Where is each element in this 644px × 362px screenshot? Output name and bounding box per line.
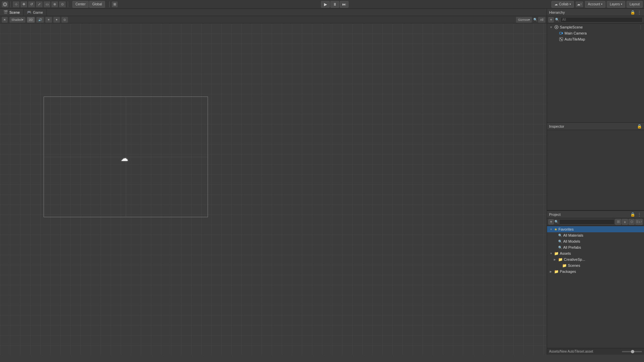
project-item-all-models[interactable]: 🔍 All Models bbox=[547, 238, 644, 244]
svg-rect-4 bbox=[559, 32, 562, 34]
project-item-creativespace[interactable]: ▶ 📁 CreativeSp... bbox=[547, 256, 644, 262]
scene-view-canvas[interactable]: ☁ bbox=[0, 23, 547, 355]
hidden-objects-btn[interactable]: ⊙ bbox=[61, 17, 68, 23]
svg-rect-6 bbox=[560, 38, 561, 39]
packages-folder-icon: 📁 bbox=[554, 269, 559, 274]
hierarchy-item-maincamera[interactable]: Main Camera bbox=[547, 30, 644, 36]
gizmos-dropdown-btn[interactable]: Gizmos ▾ bbox=[516, 17, 532, 23]
project-item-packages[interactable]: ▶ 📁 Packages bbox=[547, 268, 644, 275]
zoom-slider[interactable] bbox=[622, 351, 642, 352]
hierarchy-title: Hierarchy bbox=[549, 10, 629, 14]
svg-point-3 bbox=[556, 26, 557, 28]
project-count-btn: ☰17 bbox=[635, 219, 643, 225]
rotate-tool-btn[interactable]: ↺ bbox=[28, 1, 35, 8]
layout-btn[interactable]: Layout bbox=[627, 1, 643, 8]
mode-2d-label: 2D bbox=[29, 18, 33, 21]
hierarchy-menu-btn[interactable]: ⋮ bbox=[637, 10, 642, 15]
project-item-assets[interactable]: ▼ 📁 Assets bbox=[547, 250, 644, 256]
hierarchy-search-bar: + 🔍 bbox=[547, 16, 644, 23]
maincamera-icon bbox=[559, 31, 564, 36]
close-scene-view-btn[interactable]: ✕ bbox=[1, 16, 8, 23]
shaded-dropdown-btn[interactable]: Shaded ▾ bbox=[9, 17, 25, 23]
project-lock-btn[interactable]: 🔒 bbox=[630, 212, 635, 217]
unity-logo-btn[interactable] bbox=[1, 1, 9, 8]
move-tool-btn[interactable]: ✥ bbox=[20, 1, 28, 8]
hierarchy-search-input[interactable] bbox=[560, 17, 643, 22]
project-grid-view-btn[interactable]: ⊞ bbox=[615, 219, 621, 225]
collab-btn[interactable]: ☁ Collab ▾ bbox=[551, 1, 574, 8]
creativespace-arrow: ▶ bbox=[554, 258, 557, 261]
cloud-upload-btn[interactable]: ☁↑ bbox=[575, 1, 584, 8]
tabbar-spacer bbox=[47, 9, 547, 16]
custom-tool-btn[interactable]: ⊙ bbox=[59, 1, 66, 8]
right-tools: ☁ Collab ▾ ☁↑ Account ▾ Layers ▾ Layout bbox=[551, 1, 643, 8]
project-header: Project 🔒 ⋮ bbox=[547, 211, 644, 218]
fx-toggle-btn[interactable]: ✦ bbox=[53, 17, 60, 23]
layers-dropdown-icon: ▾ bbox=[621, 3, 622, 6]
right-panel: Hierarchy 🔒 ⋮ + 🔍 ▼ bbox=[547, 9, 644, 355]
packages-label: Packages bbox=[560, 269, 576, 274]
game-tab[interactable]: 🎮 Game bbox=[23, 9, 47, 16]
center-toggle-btn[interactable]: Center bbox=[72, 1, 89, 8]
pause-btn[interactable]: ⏸ bbox=[330, 1, 339, 8]
mode-2d-btn[interactable]: 2D bbox=[27, 17, 35, 23]
project-panel: Project 🔒 ⋮ + 🔍 ⊞ ♦ ⊙ ☰17 ▼ ★ Favorites bbox=[547, 210, 644, 355]
project-settings-btn[interactable]: ⊙ bbox=[629, 219, 635, 225]
inspector-header: Inspector 🔒 bbox=[547, 123, 644, 130]
game-tab-label: Game bbox=[33, 10, 43, 14]
project-lock2-btn[interactable]: ♦ bbox=[622, 219, 628, 225]
project-item-all-materials[interactable]: 🔍 All Materials bbox=[547, 232, 644, 238]
toolbar-sep-1 bbox=[10, 1, 11, 7]
project-item-favorites[interactable]: ▼ ★ Favorites bbox=[547, 226, 644, 232]
audio-toggle-btn[interactable]: 🔊 bbox=[36, 17, 44, 23]
main-layout: 🎬 Scene 🎮 Game ✕ Shaded ▾ 2D 🔊 bbox=[0, 9, 644, 355]
layers-btn[interactable]: Layers ▾ bbox=[607, 1, 625, 8]
hierarchy-item-samplescene[interactable]: ▼ SampleScene ⋮ bbox=[547, 24, 644, 30]
transform-all-btn[interactable]: ⊕ bbox=[51, 1, 58, 8]
play-btn[interactable]: ▶ bbox=[321, 1, 330, 8]
hierarchy-item-autotilemap[interactable]: AutoTileMap bbox=[547, 36, 644, 42]
global-label: Global bbox=[92, 2, 102, 6]
scene-tab-icon: 🎬 bbox=[3, 10, 8, 14]
zoom-thumb[interactable] bbox=[631, 350, 634, 353]
extra-tools-btn[interactable]: ⊞ bbox=[111, 1, 118, 8]
scale-tool-btn[interactable]: ⤢ bbox=[36, 1, 43, 8]
scenes-label: Scenes bbox=[568, 263, 580, 267]
lighting-toggle-btn[interactable]: ☀ bbox=[45, 17, 52, 23]
scene-tab[interactable]: 🎬 Scene bbox=[0, 9, 23, 16]
layers-label: Layers bbox=[610, 2, 620, 6]
project-item-all-prefabs[interactable]: 🔍 All Prefabs bbox=[547, 244, 644, 250]
all-layers-filter-btn[interactable]: All bbox=[538, 17, 545, 23]
collab-dropdown-icon: ▾ bbox=[570, 3, 571, 6]
packages-arrow: ▶ bbox=[550, 270, 553, 273]
rect-tool-btn[interactable]: ▭ bbox=[43, 1, 51, 8]
play-controls: ▶ ⏸ ⏭ bbox=[321, 1, 348, 8]
project-toolbar: + 🔍 ⊞ ♦ ⊙ ☰17 bbox=[547, 218, 644, 226]
project-item-scenes[interactable]: 📁 Scenes bbox=[547, 262, 644, 268]
gizmos-label: Gizmos bbox=[518, 18, 528, 21]
center-label: Center bbox=[75, 2, 86, 6]
step-btn[interactable]: ⏭ bbox=[340, 1, 348, 8]
hierarchy-lock-btn[interactable]: 🔒 bbox=[630, 10, 635, 15]
project-menu-btn[interactable]: ⋮ bbox=[637, 212, 642, 217]
collab-label: Collab bbox=[559, 2, 568, 6]
project-add-btn[interactable]: + bbox=[548, 219, 554, 225]
inspector-lock-btn[interactable]: 🔒 bbox=[637, 124, 642, 129]
scene-view-controls: ✕ Shaded ▾ 2D 🔊 ☀ ✦ ⊙ Gizmos ▾ bbox=[0, 16, 547, 23]
account-dropdown-icon: ▾ bbox=[601, 3, 602, 6]
account-btn[interactable]: Account ▾ bbox=[585, 1, 605, 8]
cloud-icon: ☁ bbox=[554, 2, 558, 6]
global-toggle-btn[interactable]: Global bbox=[89, 1, 105, 8]
shaded-dropdown-icon: ▾ bbox=[22, 18, 23, 21]
top-toolbar: ⊹ ✥ ↺ ⤢ ▭ ⊕ ⊙ Center Global ⊞ ▶ ⏸ ⏭ ☁ Co… bbox=[0, 0, 644, 9]
samplescene-menu-btn[interactable]: ⋮ bbox=[639, 25, 643, 29]
creativespace-folder-icon: 📁 bbox=[558, 257, 563, 262]
project-search-input[interactable] bbox=[559, 219, 614, 225]
hierarchy-add-btn[interactable]: + bbox=[548, 17, 554, 22]
project-statusbar: Assets/New AutoTileset.asset bbox=[547, 348, 644, 355]
inspector-content bbox=[547, 130, 644, 210]
all-layers-label: All bbox=[540, 18, 543, 21]
hand-tool-btn[interactable]: ⊹ bbox=[12, 1, 20, 8]
favorites-arrow: ▼ bbox=[550, 228, 553, 231]
scene-content: ☁ bbox=[0, 23, 547, 355]
